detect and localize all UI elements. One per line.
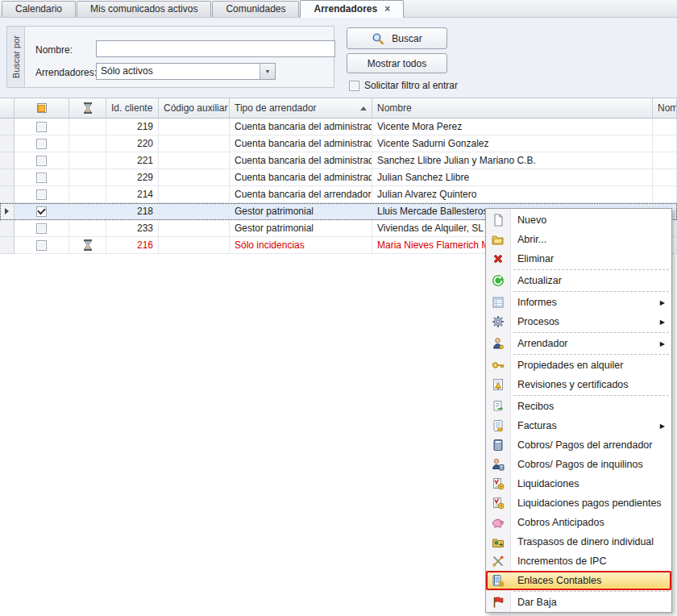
row-indicator-icon: [5, 208, 9, 214]
cell-nombre: Sanchez Llibre Julian y Mariano C.B.: [372, 152, 653, 169]
arrendadores-selected-value: Sólo activos: [97, 64, 260, 79]
menu-item-label: Recibos: [517, 401, 665, 412]
cell-nombre: Vicente Mora Perez: [372, 119, 653, 135]
menu-item-label: Eliminar: [517, 253, 665, 264]
grid-header-row: Id. cliente Código auxiliar Tipo de arre…: [0, 98, 677, 119]
column-header-nombre[interactable]: Nombre: [372, 98, 653, 118]
select-all-column-header[interactable]: [15, 98, 69, 118]
groupbox-side-strip: Buscar por: [7, 27, 25, 87]
column-header-tipo-de-arrendador[interactable]: Tipo de arrendador: [230, 98, 372, 118]
tab-mis-comunicados-activos[interactable]: Mis comunicados activos: [77, 1, 211, 17]
arrendadores-label: Arrendadores:: [35, 67, 97, 78]
row-checkbox[interactable]: [36, 189, 47, 200]
menu-item-cobros-pagos-del-arrendador[interactable]: Cobros/ Pagos del arrendador: [486, 435, 671, 455]
mostrar-todos-button[interactable]: Mostrar todos: [347, 53, 447, 73]
menu-item-label: Incrementos de IPC: [517, 556, 665, 567]
menu-item-cobros-pagos-de-inquilinos[interactable]: Cobros/ Pagos de inquilinos: [486, 455, 671, 474]
arrendadores-select[interactable]: Sólo activos ▼: [96, 63, 276, 80]
cell-id-cliente: 219: [106, 119, 159, 135]
row-status-cell: [69, 119, 106, 135]
cell-codigo-auxiliar: [159, 186, 230, 203]
row-indicator-header: [0, 98, 15, 118]
cell-nombre-2: [653, 135, 677, 152]
row-indicator-cell: [0, 152, 15, 169]
tenant-payments-icon: [486, 458, 510, 471]
table-row[interactable]: 214 Cuenta bancaria del arrendador Julia…: [0, 186, 677, 203]
menu-item-label: Liquidaciones pagos pendientes: [517, 497, 665, 509]
table-row[interactable]: 220 Cuenta bancaria del administrador Vi…: [0, 135, 677, 152]
row-checkbox[interactable]: [36, 122, 47, 132]
column-header-nombre-2[interactable]: Nombre: [653, 98, 677, 118]
cell-nombre-2: [653, 169, 677, 186]
ipc-tools-icon: [486, 555, 510, 568]
menu-item-facturas[interactable]: Facturas ▶: [486, 416, 671, 435]
menu-item-arrendador[interactable]: Arrendador ▶: [486, 334, 671, 353]
row-indicator-cell: [0, 237, 15, 254]
cell-codigo-auxiliar: [159, 220, 230, 237]
menu-item-label: Informes: [517, 297, 660, 308]
row-checkbox-cell: [15, 152, 69, 169]
open-folder-icon: [486, 233, 510, 246]
tab-label: Calendario: [15, 2, 62, 17]
table-row[interactable]: 219 Cuenta bancaria del administrador Vi…: [0, 119, 677, 135]
tab-comunidades[interactable]: Comunidades: [212, 1, 299, 17]
menu-item-cobros-anticipados[interactable]: Cobros Anticipados: [486, 513, 671, 532]
row-checkbox[interactable]: [36, 139, 47, 149]
cell-id-cliente: 218: [106, 203, 159, 220]
menu-item-dar-baja[interactable]: Dar Baja: [486, 593, 671, 612]
column-header-id-cliente[interactable]: Id. cliente: [106, 98, 159, 118]
status-column-header[interactable]: [69, 98, 106, 118]
row-checkbox[interactable]: [36, 206, 47, 217]
table-row[interactable]: 229 Cuenta bancaria del administrador Ju…: [0, 169, 677, 186]
column-header-codigo-auxiliar[interactable]: Código auxiliar: [159, 98, 230, 118]
context-menu: Nuevo Abrir... Eliminar Actualizar Infor…: [485, 208, 672, 613]
cell-codigo-auxiliar: [159, 169, 230, 186]
row-checkbox[interactable]: [36, 156, 47, 166]
select-all-checkbox[interactable]: [37, 103, 47, 113]
menu-item-actualizar[interactable]: Actualizar: [486, 271, 671, 290]
cell-nombre-2: [653, 186, 677, 203]
groupbox-title: Buscar por: [11, 35, 21, 78]
tab-calendario[interactable]: Calendario: [2, 1, 76, 17]
table-row[interactable]: 221 Cuenta bancaria del administrador Sa…: [0, 152, 677, 169]
menu-item-incrementos-de-ipc[interactable]: Incrementos de IPC: [486, 551, 671, 571]
landlord-icon: [486, 337, 510, 350]
menu-item-propiedades-en-alquiler[interactable]: Propiedades en alquiler: [486, 356, 671, 375]
menu-item-traspasos-de-dinero-individual[interactable]: Traspasos de dinero individual: [486, 532, 671, 551]
menu-item-liquidaciones[interactable]: Liquidaciones: [486, 474, 671, 493]
row-checkbox[interactable]: [36, 240, 47, 251]
liquidation-icon: [486, 477, 510, 490]
menu-item-label: Actualizar: [517, 275, 665, 286]
menu-item-nuevo[interactable]: Nuevo: [486, 210, 671, 230]
menu-item-enlaces-contables[interactable]: Enlaces Contables: [486, 571, 671, 590]
row-checkbox[interactable]: [36, 223, 47, 234]
buscar-button[interactable]: Buscar: [347, 27, 447, 49]
row-checkbox[interactable]: [36, 173, 47, 183]
solicitar-filtro-checkbox[interactable]: [349, 81, 359, 91]
chevron-down-icon[interactable]: ▼: [260, 64, 275, 79]
piggy-bank-icon: [486, 516, 510, 529]
nombre-input[interactable]: [96, 40, 335, 57]
buscar-por-groupbox: Buscar por Nombre: Arrendadores: Sólo ac…: [6, 26, 334, 88]
cell-tipo-de-arrendador: Cuenta bancaria del administrador: [230, 152, 372, 169]
menu-item-procesos[interactable]: Procesos ▶: [486, 312, 671, 331]
tab-arrendadores[interactable]: Arrendadores ×: [300, 0, 404, 18]
menu-item-recibos[interactable]: Recibos: [486, 397, 671, 416]
close-icon[interactable]: ×: [384, 2, 390, 17]
row-status-cell: [69, 237, 106, 254]
cell-codigo-auxiliar: [159, 237, 230, 254]
menu-item-liquidaciones-pagos-pendientes[interactable]: Liquidaciones pagos pendientes: [486, 493, 671, 513]
row-indicator-cell: [0, 220, 15, 237]
cell-nombre: Vicente Sadurni Gonzalez: [372, 135, 653, 152]
menu-item-label: Facturas: [517, 420, 660, 431]
submenu-arrow-icon: ▶: [660, 318, 665, 326]
cell-nombre: Julian Alvarez Quintero: [372, 186, 653, 203]
menu-item-abrir[interactable]: Abrir...: [486, 230, 671, 249]
menu-item-informes[interactable]: Informes ▶: [486, 293, 671, 312]
gear-icon: [486, 315, 510, 328]
column-header-tipo-label: Tipo de arrendador: [235, 102, 317, 114]
tab-strip: Calendario Mis comunicados activos Comun…: [0, 0, 677, 18]
new-page-icon: [486, 214, 510, 227]
menu-item-eliminar[interactable]: Eliminar: [486, 249, 671, 268]
menu-item-revisiones-y-certificados[interactable]: Revisiones y certificados: [486, 375, 671, 394]
